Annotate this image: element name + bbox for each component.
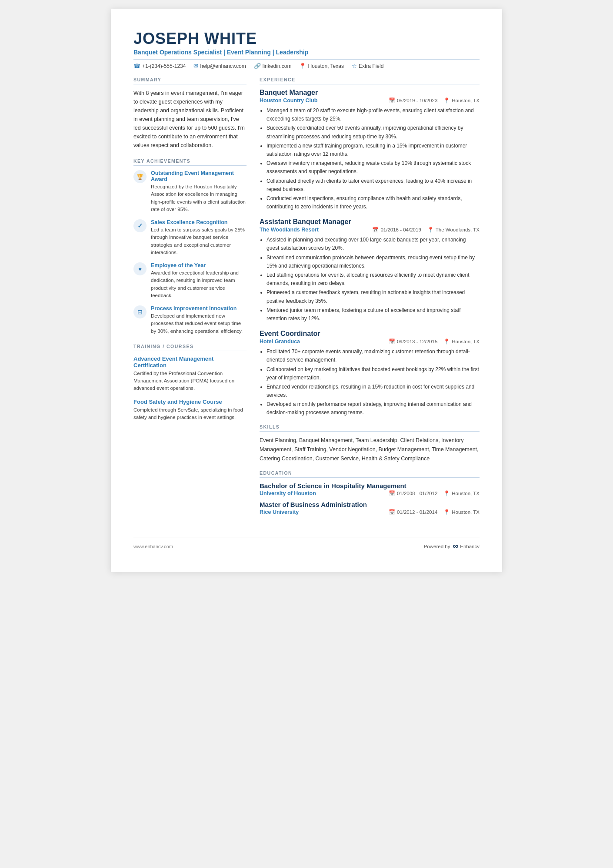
footer-website: www.enhancv.com [133, 544, 173, 549]
edu-school-1: Rice University [260, 509, 299, 515]
exp-entry-1: Assistant Banquet Manager The Woodlands … [260, 218, 480, 323]
experience-label: EXPERIENCE [260, 77, 480, 84]
job-title-1: Assistant Banquet Manager [260, 218, 480, 226]
exp-meta-2: 📅 09/2013 - 12/2015 📍 Houston, TX [389, 338, 480, 345]
exp-company-row-2: Hotel Granduca 📅 09/2013 - 12/2015 📍 Hou… [260, 338, 480, 345]
exp-dates-0: 📅 05/2019 - 10/2023 [389, 97, 437, 104]
achievement-icon-0: 🏆 [133, 170, 147, 183]
training-desc-1: Completed through ServSafe, specializing… [133, 406, 247, 422]
company-name-0: Houston Country Club [260, 97, 317, 104]
education-label: EDUCATION [260, 470, 480, 478]
edu-location-text-0: Houston, TX [452, 491, 480, 496]
achievement-item-2: ♥ Employee of the Year Awarded for excep… [133, 262, 247, 299]
pin-icon-0: 📍 [443, 97, 450, 104]
edu-dates-text-1: 01/2012 - 01/2014 [397, 509, 437, 515]
edu-dates-text-0: 01/2008 - 01/2012 [397, 491, 437, 496]
bullet-2-0: Facilitated 70+ corporate events annuall… [267, 348, 480, 364]
summary-section: SUMMARY With 8 years in event management… [133, 77, 247, 150]
achievement-icon-1: ✓ [133, 219, 147, 232]
contact-location: 📍 Houston, Texas [299, 63, 344, 69]
achievement-item-3: ⊟ Process Improvement Innovation Develop… [133, 305, 247, 335]
exp-dates-1: 📅 01/2016 - 04/2019 [372, 227, 421, 233]
linkedin-text: linkedin.com [263, 63, 292, 69]
powered-by-text: Powered by [424, 544, 450, 549]
achievement-icon-3: ⊟ [133, 305, 147, 318]
achievement-desc-3: Developed and implemented new processes … [151, 312, 247, 335]
training-section: TRAINING / COURSES Advanced Event Manage… [133, 344, 247, 421]
achievement-text-3: Process Improvement Innovation Developed… [151, 305, 247, 335]
contact-bar: ☎ +1-(234)-555-1234 ✉ help@enhancv.com 🔗… [133, 63, 480, 69]
pin-icon-1: 📍 [427, 227, 434, 233]
edu-cal-icon-1: 📅 [389, 509, 395, 515]
extra-text: Extra Field [359, 63, 383, 69]
edu-pin-icon-0: 📍 [443, 490, 450, 496]
bullet-0-4: Collaborated directly with clients to ta… [267, 177, 480, 194]
exp-location-1: 📍 The Woodlands, TX [427, 227, 480, 233]
resume-header: JOSEPH WHITE Banquet Operations Speciali… [133, 30, 480, 69]
achievement-title-2: Employee of the Year [151, 262, 247, 268]
bullet-1-2: Led staffing operations for events, allo… [267, 271, 480, 288]
edu-cal-icon-0: 📅 [389, 490, 395, 496]
bullet-2-1: Collaborated on key marketing initiative… [267, 365, 480, 382]
exp-entry-2: Event Coordinator Hotel Granduca 📅 09/20… [260, 330, 480, 417]
dates-text-0: 05/2019 - 10/2023 [397, 98, 437, 103]
exp-company-row-1: The Woodlands Resort 📅 01/2016 - 04/2019… [260, 227, 480, 233]
calendar-icon-1: 📅 [372, 227, 379, 233]
bullet-0-3: Oversaw inventory management, reducing w… [267, 159, 480, 176]
exp-location-2: 📍 Houston, TX [443, 338, 480, 345]
training-item-1: Food Safety and Hygiene Course Completed… [133, 399, 247, 422]
achievement-title-1: Sales Excellence Recognition [151, 219, 247, 225]
bullet-0-1: Successfully coordinated over 50 events … [267, 124, 480, 141]
job-title-2: Event Coordinator [260, 330, 480, 338]
edu-dates-0: 📅 01/2008 - 01/2012 [389, 490, 437, 496]
exp-bullets-0: Managed a team of 20 staff to execute hi… [267, 107, 480, 211]
bullet-1-1: Streamlined communication protocols betw… [267, 254, 480, 270]
summary-label: SUMMARY [133, 77, 247, 84]
bullet-1-3: Pioneered a customer feedback system, re… [267, 288, 480, 305]
edu-location-1: 📍 Houston, TX [443, 509, 480, 515]
skills-text: Event Planning, Banquet Management, Team… [260, 436, 480, 464]
bullet-2-2: Enhanced vendor relationships, resulting… [267, 383, 480, 399]
education-section: EDUCATION Bachelor of Science in Hospita… [260, 470, 480, 515]
experience-section: EXPERIENCE Banquet Manager Houston Count… [260, 77, 480, 417]
calendar-icon-0: 📅 [389, 97, 395, 104]
job-title-0: Banquet Manager [260, 89, 480, 97]
achievement-item-0: 🏆 Outstanding Event Management Award Rec… [133, 170, 247, 213]
dates-text-1: 01/2016 - 04/2019 [380, 227, 421, 232]
edu-pin-icon-1: 📍 [443, 509, 450, 515]
bullet-2-3: Developed a monthly performance report s… [267, 400, 480, 417]
linkedin-icon: 🔗 [254, 63, 261, 69]
skills-label: SKILLS [260, 424, 480, 432]
skills-section: SKILLS Event Planning, Banquet Managemen… [260, 424, 480, 464]
location-icon: 📍 [299, 63, 306, 69]
achievement-text-0: Outstanding Event Management Award Recog… [151, 170, 247, 213]
edu-location-text-1: Houston, TX [452, 509, 480, 515]
edu-school-0: University of Houston [260, 490, 316, 496]
email-text: help@enhancv.com [200, 63, 246, 69]
achievements-label: KEY ACHIEVEMENTS [133, 158, 247, 166]
company-name-2: Hotel Granduca [260, 338, 300, 345]
page-footer: www.enhancv.com Powered by ∞ Enhancv [133, 537, 480, 551]
exp-bullets-2: Facilitated 70+ corporate events annuall… [267, 348, 480, 417]
brand-logo: ∞ [453, 542, 457, 551]
edu-meta-1: 📅 01/2012 - 01/2014 📍 Houston, TX [389, 509, 480, 515]
phone-text: +1-(234)-555-1234 [142, 63, 186, 69]
brand-name: Enhancv [460, 544, 480, 549]
edu-entry-1: Master of Business Administration Rice U… [260, 501, 480, 515]
edu-dates-1: 📅 01/2012 - 01/2014 [389, 509, 437, 515]
edu-school-row-0: University of Houston 📅 01/2008 - 01/201… [260, 490, 480, 496]
exp-bullets-1: Assisted in planning and executing over … [267, 236, 480, 323]
location-text-2: Houston, TX [452, 339, 480, 344]
edu-degree-0: Bachelor of Science in Hospitality Manag… [260, 482, 480, 489]
pin-icon-2: 📍 [443, 338, 450, 345]
edu-school-row-1: Rice University 📅 01/2012 - 01/2014 📍 Ho… [260, 509, 480, 515]
achievement-text-2: Employee of the Year Awarded for excepti… [151, 262, 247, 299]
email-icon: ✉ [193, 63, 198, 69]
candidate-title: Banquet Operations Specialist | Event Pl… [133, 49, 480, 56]
exp-company-row-0: Houston Country Club 📅 05/2019 - 10/2023… [260, 97, 480, 104]
main-layout: SUMMARY With 8 years in event management… [133, 77, 480, 519]
training-label: TRAINING / COURSES [133, 344, 247, 351]
training-item-0: Advanced Event Management Certification … [133, 355, 247, 392]
achievement-icon-2: ♥ [133, 262, 147, 275]
achievement-desc-1: Led a team to surpass sales goals by 25%… [151, 226, 247, 256]
